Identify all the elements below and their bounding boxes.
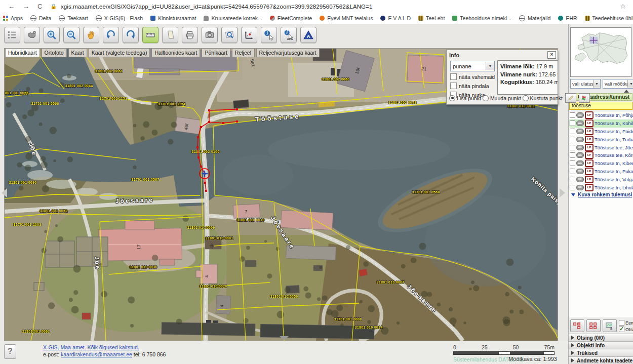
redo-button[interactable]: [123, 27, 139, 43]
link-icon[interactable]: [576, 185, 584, 190]
lp-badge-icon[interactable]: LP: [585, 151, 594, 159]
print-button[interactable]: [182, 27, 198, 43]
measure-color-select[interactable]: punane ▼: [450, 61, 495, 71]
bookmark-teekaart[interactable]: Teekaart: [59, 15, 88, 21]
extent-select[interactable]: vali ulatus ▼: [570, 79, 601, 89]
close-icon[interactable]: ×: [547, 51, 556, 59]
bookmark-kruusateede-korrek[interactable]: Kruusateede korrek...: [204, 15, 262, 21]
bookmark-teeleht[interactable]: TeeLeht: [418, 15, 445, 21]
collapse-down-arrow-icon[interactable]: [280, 336, 289, 340]
link-icon[interactable]: [576, 112, 584, 118]
bookmark-materjalid[interactable]: Materjalid: [519, 15, 551, 21]
search-result-t-stuse-tn-turba-alev[interactable]: LPTööstuse tn, Turba alev: [569, 135, 633, 143]
flag-icon[interactable]: [579, 93, 590, 103]
panel-up-arrow-icon[interactable]: [624, 90, 629, 93]
search-result-t-stuse-tee-j-eranna[interactable]: LPTööstuse tee, Jõeranna: [569, 143, 633, 151]
bookmark-eyevi-mnt-teelaius[interactable]: Eyevi MNT teelaius: [320, 15, 373, 21]
link-icon[interactable]: [576, 177, 584, 182]
link-icon[interactable]: [576, 169, 584, 174]
accordion-otsing-0-0[interactable]: Otsing (0/0): [569, 334, 633, 341]
result-checkbox[interactable]: [570, 169, 575, 174]
zoom-in-button[interactable]: [44, 27, 60, 43]
lp-badge-icon[interactable]: LP: [585, 184, 594, 191]
result-checkbox[interactable]: [570, 120, 575, 126]
bookmark-star-icon[interactable]: ☆: [620, 3, 626, 10]
bookmark-teehoolduse-nimeki[interactable]: Teehoolduse nimeki...: [452, 15, 511, 21]
email-link[interactable]: kaardirakendus@maaamet.ee: [61, 351, 132, 357]
link-icon[interactable]: [576, 145, 584, 150]
lp-badge-icon[interactable]: LP: [585, 111, 594, 119]
accordion-objekti-info[interactable]: Objekti info: [569, 341, 633, 349]
chevron-down-icon[interactable]: ▼: [593, 80, 600, 88]
refresh-icon[interactable]: C: [37, 3, 42, 10]
result-checkbox[interactable]: [570, 185, 575, 190]
screenshot-button[interactable]: [202, 27, 218, 43]
report-error-button[interactable]: A: [300, 27, 316, 43]
tab-reljeefvarjutusega-kaart[interactable]: Reljeefvarjutusega kaart: [256, 48, 320, 57]
lp-badge-icon[interactable]: LP: [585, 176, 594, 183]
accordion-tr-kised[interactable]: Trükised: [569, 349, 633, 356]
lp-badge-icon[interactable]: LP: [585, 168, 594, 175]
lp-badge-icon[interactable]: LP: [585, 159, 594, 167]
search-map-button[interactable]: [221, 27, 238, 43]
checkbox-box[interactable]: [619, 327, 624, 332]
export-image-button[interactable]: a: [603, 319, 617, 332]
measure-button[interactable]: [142, 27, 159, 43]
back-icon[interactable]: ←: [8, 3, 15, 10]
bookmark-x-gis-6-flash[interactable]: X-GIS(6) - Flash: [96, 15, 143, 21]
bookmark-delta[interactable]: Delta: [30, 15, 52, 21]
result-checkbox[interactable]: [570, 129, 575, 134]
help-button[interactable]: ?: [4, 344, 16, 359]
tab-ortofoto[interactable]: Ortofoto: [42, 48, 67, 57]
select-parcels-button[interactable]: [570, 319, 584, 332]
address-search-input[interactable]: tööstuse: [569, 102, 632, 110]
result-checkbox[interactable]: [570, 145, 575, 150]
zoom-estonia-button[interactable]: [24, 27, 40, 43]
radio-muuda-punkt[interactable]: [483, 95, 489, 101]
result-checkbox[interactable]: [570, 137, 575, 142]
scale-select[interactable]: vali mõõtkava ▼: [603, 79, 633, 89]
result-checkbox[interactable]: [570, 152, 575, 158]
tab-kaart[interactable]: Kaart: [68, 48, 87, 57]
tab-kaart-valgete-teedega[interactable]: Kaart (valgete teedega): [89, 48, 150, 57]
search-result-t-stuse-tn-lihula-linn[interactable]: LPTööstuse tn, Lihula linn,: [569, 183, 633, 191]
lp-badge-icon[interactable]: LP: [585, 136, 594, 143]
search-result-t-stuse-tn-kohila-alev[interactable]: LPTööstuse tn, Kohila alev: [569, 119, 633, 128]
checkbox-eemalda[interactable]: Eemald: [619, 320, 633, 326]
collapse-left-arrow-icon[interactable]: [2, 188, 7, 197]
checkbox-box[interactable]: [450, 73, 457, 80]
radio-lisa-punkt[interactable]: [449, 95, 455, 101]
zoom-out-button[interactable]: [63, 27, 80, 43]
layer-list-button[interactable]: [4, 27, 20, 43]
chevron-down-icon[interactable]: ▼: [486, 62, 494, 70]
bookmark-e-v-a-l-d[interactable]: E V A L D: [380, 15, 411, 21]
radio-kustuta-punkt[interactable]: [523, 95, 529, 101]
result-checkbox[interactable]: [570, 160, 575, 166]
checkbox-naita-vahemaid[interactable]: näita vahemaid: [450, 73, 495, 80]
search-result-t-stuse-tn-p-hja-talli[interactable]: LPTööstuse tn, Põhja-Talli: [569, 111, 633, 119]
forward-icon[interactable]: →: [23, 3, 29, 10]
collapse-right-arrow-icon[interactable]: [560, 188, 565, 197]
bookmark-ehr[interactable]: EHR: [558, 15, 577, 21]
clear-drawing-button[interactable]: [162, 27, 178, 43]
bookmark-kinnistusraamat[interactable]: Kinnistusraamat: [150, 15, 196, 21]
result-checkbox[interactable]: [570, 112, 575, 118]
object-info-button[interactable]: i: [261, 27, 277, 43]
search-result-t-stuse-tn-paide-linn[interactable]: LPTööstuse tn, Paide linn,: [569, 128, 633, 136]
accordion-andmete-kohta-teadete-esitami[interactable]: Andmete kohta teadete esitami: [569, 356, 633, 364]
pencil-icon[interactable]: [565, 93, 576, 103]
bookmark-teedeehituse-hikhi[interactable]: Teedeehituse ühikhi...: [585, 15, 633, 21]
select-all-parcels-button[interactable]: [586, 319, 601, 332]
estonia-overview-map[interactable]: [570, 27, 631, 77]
link-icon[interactable]: [576, 137, 584, 142]
chevron-down-icon[interactable]: ▼: [627, 80, 633, 88]
tab-halltoonides-kaart[interactable]: Halltoonides kaart: [151, 48, 200, 57]
coordinates-button[interactable]: xy: [241, 27, 257, 43]
bookmark-apps[interactable]: Apps: [3, 15, 23, 21]
search-result-t-stuse-tn-kibena-k-l[interactable]: LPTööstuse tn, Kibena kül: [569, 159, 633, 168]
link-icon[interactable]: [576, 160, 584, 166]
checkbox-box[interactable]: [450, 83, 457, 89]
result-checkbox[interactable]: [570, 177, 575, 182]
pan-button[interactable]: [83, 27, 99, 43]
lp-badge-icon[interactable]: LP: [585, 119, 594, 127]
